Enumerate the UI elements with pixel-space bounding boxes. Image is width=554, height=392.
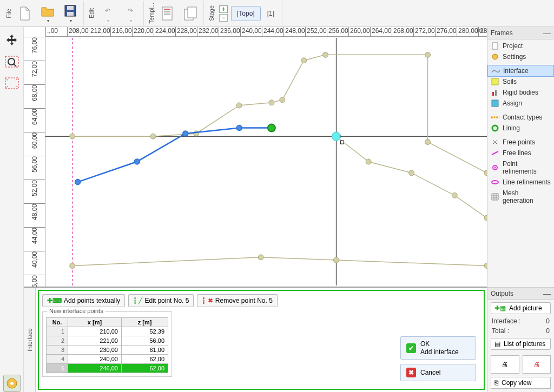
chevron-down-icon: ▾ <box>47 18 49 23</box>
remove-point-button[interactable]: ┇ ✖ Remove point No. 5 <box>197 294 277 307</box>
remove-icon: ┇ ✖ <box>202 297 213 304</box>
frame-item-label: Interface <box>503 67 529 75</box>
frame-item-assign[interactable]: Assign <box>487 98 554 109</box>
print-button-1[interactable]: 🖨 <box>491 355 519 374</box>
svg-point-28 <box>484 170 487 176</box>
svg-point-34 <box>70 263 75 268</box>
svg-point-32 <box>452 192 457 198</box>
svg-point-40 <box>183 131 188 136</box>
frame-item-lining[interactable]: Lining <box>487 123 554 134</box>
frame-item-project[interactable]: Project <box>487 41 554 51</box>
ruler-h-tick: 220,00 <box>132 27 154 37</box>
ruler-h-tick: 268,00 <box>392 27 413 37</box>
redo-button[interactable]: ↷▾ <box>120 2 141 24</box>
interface-icon <box>491 67 500 75</box>
stage-remove-button[interactable]: − <box>219 14 228 22</box>
assign-icon <box>491 99 499 107</box>
frames-panel-title: Frames — <box>487 27 554 39</box>
new-file-button[interactable] <box>14 5 36 22</box>
svg-rect-1 <box>67 6 74 10</box>
template1-button[interactable] <box>157 5 179 22</box>
ruler-v-tick: 72,00 <box>24 61 45 79</box>
save-file-button[interactable]: ▾ <box>60 2 81 24</box>
frame-item-label: Rigid bodies <box>503 89 538 96</box>
svg-point-38 <box>75 180 81 185</box>
svg-point-41 <box>236 125 242 131</box>
zoom-extents-tool[interactable] <box>3 75 21 92</box>
svg-point-22 <box>269 100 274 105</box>
cancel-button[interactable]: ✖ Cancel <box>400 364 476 381</box>
frame-item-label: Contact types <box>503 114 542 121</box>
minimize-icon[interactable]: — <box>543 29 551 37</box>
print-button-2[interactable]: 🖨 <box>523 355 551 374</box>
out-interface-label: Interface : <box>492 317 520 325</box>
svg-point-19 <box>150 134 156 139</box>
frame-item-line-refinements[interactable]: Line refinements <box>487 177 554 188</box>
copy-icon: ⎘ <box>494 379 498 387</box>
frame-item-mesh-generation[interactable]: Mesh generation <box>487 188 554 206</box>
ruler-h-tick: 240,00 <box>240 27 262 37</box>
ruler-h-tick: 208,00 <box>67 27 89 37</box>
ruler-h-tick: 224,00 <box>154 27 175 37</box>
ruler-h-tick: 280,00 <box>457 27 478 37</box>
frame-item-settings[interactable]: Settings <box>487 51 554 62</box>
frame-item-contact-types[interactable]: Contact types <box>487 112 554 123</box>
frame-item-free-lines[interactable]: Free lines <box>487 148 554 158</box>
open-file-button[interactable]: ▾ <box>37 2 58 24</box>
stage-number-1[interactable]: [1] <box>262 6 280 21</box>
template-multi-icon <box>183 6 198 21</box>
frame-item-soils[interactable]: Soils <box>487 76 554 87</box>
table-row[interactable]: 2221,0056,00 <box>47 336 168 346</box>
floppy-disk-icon <box>63 3 78 18</box>
view-tools <box>0 27 24 392</box>
svg-point-21 <box>236 103 242 108</box>
undo-button[interactable]: ↶▾ <box>97 2 118 24</box>
table-row[interactable]: 4240,0062,00 <box>47 355 168 364</box>
points-table: No. x [m] z [m] 1210,0052,392221,0056,00… <box>46 317 168 373</box>
frame-item-rigid-bodies[interactable]: Rigid bodies <box>487 87 554 98</box>
ruler-h-tick: 228,00 <box>175 27 197 37</box>
svg-point-55 <box>494 167 496 169</box>
pan-tool[interactable] <box>3 31 21 49</box>
ruler-v-tick: 48,00 <box>24 203 45 222</box>
out-interface-count: 0 <box>546 317 550 325</box>
frame-item-label: Project <box>503 42 523 50</box>
frame-item-label: Free lines <box>503 149 531 157</box>
add-points-textually-button[interactable]: ✚⌨ Add points textually <box>42 294 125 307</box>
zoom-region-tool[interactable] <box>3 53 21 70</box>
drawing-canvas[interactable]: [m] .,00208,00212,00216,00220,00224,0022… <box>24 27 487 287</box>
svg-line-53 <box>492 151 498 155</box>
minimize-icon[interactable]: — <box>543 289 551 298</box>
frame-item-point-refinements[interactable]: Point refinements <box>487 158 554 177</box>
table-row[interactable]: 3230,0061,00 <box>47 346 168 355</box>
ruler-h-tick: 232,00 <box>197 27 219 37</box>
settings-tool[interactable] <box>3 375 21 392</box>
ruler-h-tick: 248,00 <box>283 27 305 37</box>
template2-button[interactable] <box>180 5 201 22</box>
frame-item-free-points[interactable]: Free points <box>487 137 554 148</box>
topo-button[interactable]: [Topo] <box>231 6 261 21</box>
svg-point-56 <box>492 181 498 184</box>
frame-item-label: Soils <box>503 78 517 85</box>
add-picture-button[interactable]: ✚▦ Add picture <box>491 302 551 314</box>
frame-item-interface[interactable]: Interface <box>487 65 554 77</box>
ruler-h-tick: 276,00 <box>435 27 457 37</box>
table-row[interactable]: 1210,0052,39 <box>47 327 168 336</box>
ptref-icon <box>491 164 499 171</box>
stage-add-button[interactable]: + <box>219 5 228 13</box>
outputs-panel-title: Outputs — <box>487 288 554 300</box>
table-row[interactable]: 5246,0062,00 <box>47 364 168 373</box>
plot-svg: + <box>45 37 487 287</box>
svg-text:+: + <box>338 132 342 140</box>
frame-item-label: Settings <box>503 53 526 61</box>
ruler-h-tick: 28 <box>478 27 487 37</box>
list-pictures-button[interactable]: ▤ List of pictures <box>491 338 551 350</box>
ok-add-interface-button[interactable]: ✔ OKAdd interface <box>400 336 476 360</box>
doc-icon <box>491 42 499 50</box>
freeln-icon <box>491 149 499 157</box>
frame-item-label: Point refinements <box>503 160 551 175</box>
svg-rect-5 <box>164 11 170 12</box>
edit-point-button[interactable]: ┇ ╱ Edit point No. 5 <box>128 294 194 307</box>
ruler-h-tick: 252,00 <box>305 27 327 37</box>
copy-view-button[interactable]: ⎘ Copy view <box>491 377 551 389</box>
